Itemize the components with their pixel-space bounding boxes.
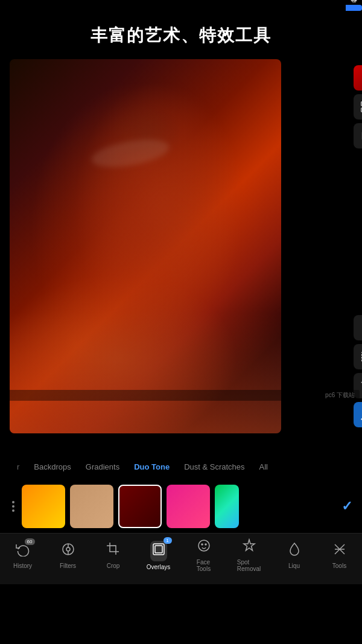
tab-backdrops[interactable]: Backdrops [27,459,78,475]
texture-button[interactable] [354,94,362,120]
color-swatch-button[interactable] [354,65,362,91]
filter-thumb-tan[interactable] [70,485,113,528]
tools-tool[interactable]: Tools [323,542,357,569]
face-tools-icon [197,538,211,556]
overlays-tool[interactable]: 1 Overlays [142,541,176,570]
pc6-watermark: pc6 下载站 [0,390,360,401]
crop-frame-icon [360,350,362,363]
tools-label: Tools [332,563,346,569]
liqu-tool[interactable]: Liqu [278,542,311,569]
overlays-badge: 1 [164,537,172,544]
spot-removal-label: SpotRemoval [237,559,261,572]
history-label: History [13,563,32,569]
tab-gradients[interactable]: Gradients [78,459,127,475]
trash-icon [360,379,362,392]
filter-check-icon: ✓ [341,499,352,514]
tab-dust-scratches[interactable]: Dust & Scratches [177,459,252,475]
svg-rect-14 [155,546,162,553]
history-icon: 60 [16,542,30,560]
filter-more-button[interactable] [10,499,17,514]
face-tools-label: FaceTools [197,559,211,572]
texture-icon [360,100,362,113]
filters-icon [61,542,75,560]
svg-point-16 [202,544,203,545]
right-toolbar [350,59,362,433]
filters-label: Filters [60,563,76,569]
crop-icon [106,542,121,560]
filter-thumb-orange[interactable] [22,485,65,528]
history-badge: 60 [25,538,35,545]
layers-button[interactable] [354,123,362,148]
crop-frame-button[interactable] [354,344,362,369]
category-tabs: r Backdrops Gradients Duo Tone Dust & Sc… [0,454,362,480]
tab-partial[interactable]: r [10,459,27,475]
svg-point-17 [205,544,206,545]
edit-tool-button[interactable] [354,402,362,427]
filter-thumb-pink[interactable] [167,485,210,528]
bottom-toolbar: 60 History Filters Crop 1 Overlays [0,533,362,584]
filter-thumb-dark-red[interactable] [118,485,162,528]
crop-label: Crop [107,563,120,569]
spot-removal-icon [242,538,256,556]
crop-tool[interactable]: Crop [97,542,130,569]
page-title: 丰富的艺术、特效工具 [0,0,362,59]
move-tool-button[interactable] [354,315,362,340]
layers-icon [360,129,362,142]
overlays-label: Overlays [147,564,170,570]
filter-row: ✓ [0,480,362,533]
more-options-button[interactable] [354,152,362,177]
tab-duo-tone[interactable]: Duo Tone [127,459,177,475]
liqu-label: Liqu [288,563,300,569]
filters-tool[interactable]: Filters [51,542,85,569]
watermark-badge: 分享 [346,5,362,11]
liqu-icon [287,542,302,560]
wand-icon [360,408,362,421]
filter-thumb-green-teal[interactable] [215,485,239,528]
svg-point-15 [198,540,209,551]
hand-icon [360,321,362,334]
history-tool[interactable]: 60 History [6,542,40,569]
tools-icon [332,542,347,560]
tab-all[interactable]: All [252,459,275,475]
face-tools-tool[interactable]: FaceTools [187,538,221,572]
svg-point-10 [66,547,70,551]
main-photo [10,59,281,433]
spot-removal-tool[interactable]: SpotRemoval [232,538,266,572]
overlays-icon: 1 [150,541,167,561]
